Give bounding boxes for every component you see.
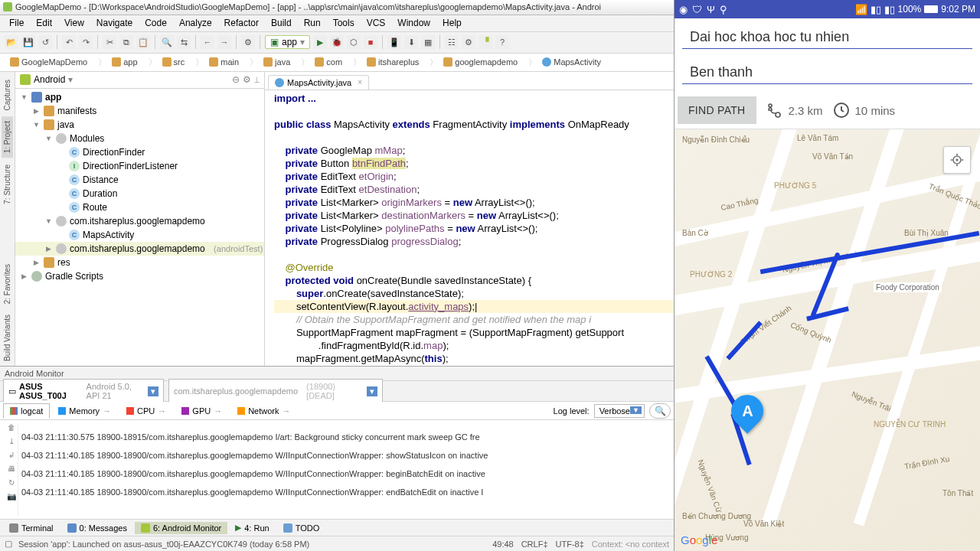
log-output[interactable]: 04-03 21:11:30.575 18900-18915/com.itsha… <box>21 423 669 516</box>
tab-messages[interactable]: 0: Messages <box>61 522 133 534</box>
marker-a[interactable]: A <box>731 395 763 436</box>
project-view-selector[interactable]: Android ▾ ⊖ ⚙ ⟂ <box>15 72 264 89</box>
tree-node-dfl[interactable]: IDirectionFinderListener <box>15 159 264 173</box>
menu-edit[interactable]: Edit <box>30 16 58 30</box>
open-icon[interactable]: 📂 <box>5 35 18 49</box>
print-icon[interactable]: 🖶 <box>6 465 17 475</box>
menu-code[interactable]: Code <box>139 16 173 30</box>
tree-node-pkg1[interactable]: ▼com.itshareplus.googlemapdemo <box>15 214 264 228</box>
menu-run[interactable]: Run <box>298 16 327 30</box>
gear-icon[interactable]: ⚙ <box>243 74 251 85</box>
tree-node-modules[interactable]: ▼Modules <box>15 132 264 145</box>
ddms-icon[interactable]: ▦ <box>421 35 435 49</box>
tab-project[interactable]: 1: Project <box>2 116 13 158</box>
copy-icon[interactable]: ⧉ <box>119 35 133 49</box>
tree-node-route[interactable]: CRoute <box>15 201 264 214</box>
status-context[interactable]: Context: <no context <box>592 540 669 549</box>
tab-network[interactable]: Network→ <box>230 403 297 419</box>
find-path-button[interactable]: FIND PATH <box>678 96 756 124</box>
tree-node-df[interactable]: CDirectionFinder <box>15 145 264 159</box>
map-view[interactable]: Nguyễn Đình Chiểu Lê Văn Tám Võ Văn Tần … <box>675 129 980 551</box>
status-window-icon[interactable]: ▢ <box>5 539 12 549</box>
menu-analyze[interactable]: Analyze <box>173 16 218 30</box>
crumb-class[interactable]: MapsActivity <box>523 54 606 70</box>
close-icon[interactable]: × <box>358 78 362 86</box>
tab-terminal[interactable]: Terminal <box>3 522 60 534</box>
tab-todo[interactable]: TODO <box>277 522 326 534</box>
crumb-app[interactable]: app <box>93 54 142 70</box>
tab-captures[interactable]: Captures <box>2 75 13 116</box>
menu-tools[interactable]: Tools <box>327 16 361 30</box>
code-editor[interactable]: import ... public class MapsActivity ext… <box>265 90 674 366</box>
menu-navigate[interactable]: Navigate <box>90 16 139 30</box>
tab-run[interactable]: ▶4: Run <box>229 521 275 534</box>
paste-icon[interactable]: 📋 <box>136 35 150 49</box>
forward-icon[interactable]: → <box>217 35 231 49</box>
replace-icon[interactable]: ⇆ <box>177 35 191 49</box>
status-encoding[interactable]: UTF-8‡ <box>556 540 584 549</box>
save-icon[interactable]: 💾 <box>21 35 35 49</box>
tab-build-variants[interactable]: Build Variants <box>2 310 13 366</box>
wrap-icon[interactable]: ↲ <box>6 451 17 461</box>
origin-input[interactable]: Dai hoc khoa hoc tu nhien <box>682 21 972 49</box>
tab-memory[interactable]: Memory→ <box>51 403 118 419</box>
cut-icon[interactable]: ✂ <box>103 35 116 49</box>
tab-gpu[interactable]: GPU→ <box>175 403 229 419</box>
tab-favorites[interactable]: 2: Favorites <box>2 259 13 308</box>
status-line-ending[interactable]: CRLF‡ <box>521 540 548 549</box>
log-level-selector[interactable]: Verbose <box>594 404 645 418</box>
menu-file[interactable]: File <box>3 16 30 30</box>
debug-icon[interactable]: 🐞 <box>330 35 344 49</box>
help-icon[interactable]: ? <box>495 35 509 49</box>
crumb-com[interactable]: com <box>296 54 348 70</box>
destination-input[interactable]: Ben thanh <box>682 57 972 84</box>
android-icon[interactable]: ▝ <box>479 35 492 49</box>
structure-icon[interactable]: ☷ <box>445 35 459 49</box>
find-icon[interactable]: 🔍 <box>160 35 174 49</box>
make-icon[interactable]: ⚙ <box>241 35 255 49</box>
menu-window[interactable]: Window <box>391 16 436 30</box>
collapse-icon[interactable]: ⊖ <box>232 74 240 85</box>
back-icon[interactable]: ← <box>201 35 214 49</box>
tab-logcat[interactable]: logcat <box>3 403 50 419</box>
stop-icon[interactable]: ■ <box>364 35 377 49</box>
crumb-main[interactable]: main <box>190 54 244 70</box>
crumb-isp[interactable]: itshareplus <box>348 54 424 70</box>
my-location-button[interactable] <box>943 146 971 174</box>
log-search[interactable]: 🔍 <box>649 403 671 419</box>
clear-icon[interactable]: 🗑 <box>6 423 17 434</box>
crumb-src[interactable]: src <box>143 54 191 70</box>
device-selector[interactable]: ▭ ASUS ASUS_T00J Android 5.0, API 21 ▾ <box>3 379 164 403</box>
settings-icon[interactable]: ⚙ <box>462 35 475 49</box>
tree-node-dist[interactable]: CDistance <box>15 173 264 187</box>
tree-node-pkg2[interactable]: ▶com.itshareplus.googlemapdemo (androidT… <box>15 242 264 256</box>
menu-refactor[interactable]: Refactor <box>218 16 265 30</box>
tree-node-java[interactable]: ▼java <box>15 118 264 132</box>
tree-node-app[interactable]: ▼app <box>15 90 264 104</box>
tab-monitor[interactable]: 6: Android Monitor <box>135 522 227 534</box>
attach-icon[interactable]: ⬡ <box>347 35 361 49</box>
process-selector[interactable]: com.itshareplus.googlemapdemo (18900) [D… <box>168 379 383 403</box>
tree-node-gradle[interactable]: ▶Gradle Scripts <box>15 269 264 283</box>
menu-build[interactable]: Build <box>265 16 298 30</box>
crumb-pkg[interactable]: googlemapdemo <box>424 54 523 70</box>
tree-node-manifests[interactable]: ▶manifests <box>15 104 264 118</box>
scroll-icon[interactable]: ⤓ <box>6 437 17 448</box>
avd-icon[interactable]: 📱 <box>387 35 401 49</box>
redo-icon[interactable]: ↷ <box>79 35 93 49</box>
tree-node-res[interactable]: ▶res <box>15 256 264 269</box>
sync-icon[interactable]: ↺ <box>38 35 52 49</box>
menu-vcs[interactable]: VCS <box>361 16 392 30</box>
tree-node-dur[interactable]: CDuration <box>15 187 264 201</box>
hide-icon[interactable]: ⟂ <box>254 74 260 85</box>
tab-cpu[interactable]: CPU→ <box>119 403 173 419</box>
editor-tab[interactable]: MapsActivity.java × <box>268 75 369 90</box>
menu-view[interactable]: View <box>58 16 90 30</box>
run-config-selector[interactable]: ▣ app ▾ <box>265 35 310 49</box>
menu-help[interactable]: Help <box>436 16 468 30</box>
crumb-root[interactable]: GoogleMapDemo <box>5 55 93 69</box>
sdk-icon[interactable]: ⬇ <box>404 35 418 49</box>
tab-structure[interactable]: 7: Structure <box>2 160 13 209</box>
restart-icon[interactable]: ↻ <box>6 478 17 489</box>
crumb-java[interactable]: java <box>244 54 296 70</box>
